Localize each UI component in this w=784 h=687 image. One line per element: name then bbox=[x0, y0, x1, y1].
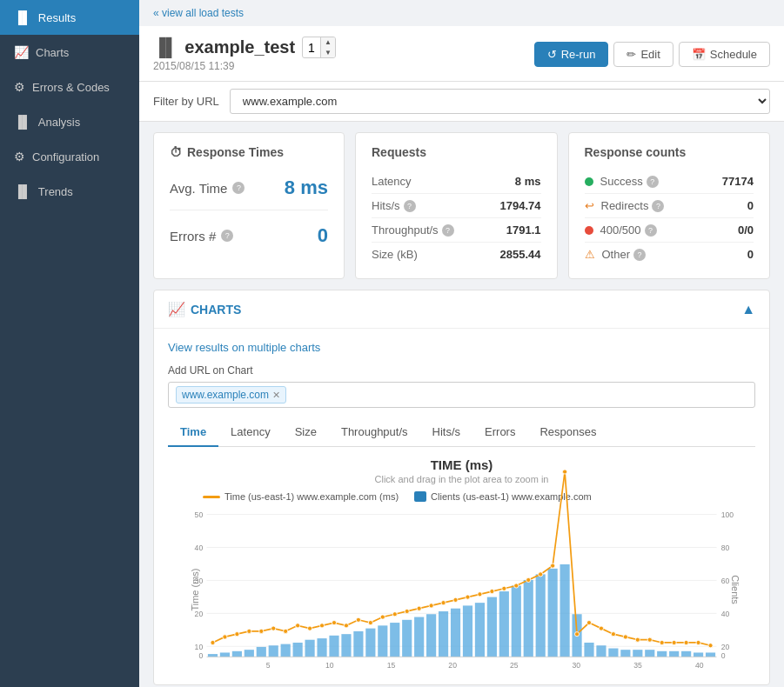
svg-text:5: 5 bbox=[266, 661, 271, 670]
svg-point-98 bbox=[574, 632, 579, 637]
redirects-label: ↩Redirects ? bbox=[585, 199, 665, 212]
svg-rect-54 bbox=[657, 651, 667, 657]
schedule-icon: 📅 bbox=[692, 48, 706, 61]
edit-button[interactable]: ✏ Edit bbox=[613, 42, 673, 67]
sidebar-label-charts: Charts bbox=[36, 46, 69, 59]
svg-point-81 bbox=[368, 621, 372, 625]
size-row: Size (kB) 2855.44 bbox=[372, 243, 541, 266]
charts-title: 📈 CHARTS bbox=[168, 301, 241, 317]
avg-time-info-icon[interactable]: ? bbox=[232, 182, 245, 194]
svg-rect-27 bbox=[329, 636, 338, 657]
response-counts-card: Response counts Success ? 77174 ↩Redirec… bbox=[568, 132, 771, 279]
svg-point-73 bbox=[271, 626, 276, 630]
svg-rect-43 bbox=[524, 580, 533, 657]
svg-rect-25 bbox=[305, 640, 315, 657]
svg-point-87 bbox=[441, 601, 446, 605]
svg-text:25: 25 bbox=[510, 661, 519, 670]
redirects-info-icon[interactable]: ? bbox=[652, 200, 664, 212]
svg-rect-46 bbox=[560, 564, 570, 657]
tab-time[interactable]: Time bbox=[168, 418, 218, 447]
sidebar-item-trends[interactable]: ▐▌ Trends bbox=[0, 174, 139, 209]
tab-throughput[interactable]: Throughput/s bbox=[329, 418, 420, 447]
sidebar-item-configuration[interactable]: ⚙ Configuration bbox=[0, 139, 139, 174]
svg-rect-20 bbox=[245, 650, 254, 657]
trend-icon: 📈 bbox=[168, 301, 185, 317]
tab-errors[interactable]: Errors bbox=[472, 418, 527, 447]
svg-rect-42 bbox=[512, 586, 521, 657]
tab-latency[interactable]: Latency bbox=[218, 418, 283, 447]
svg-rect-40 bbox=[487, 597, 497, 657]
sidebar-item-errors-codes[interactable]: ⚙ Errors & Codes bbox=[0, 70, 139, 104]
svg-point-71 bbox=[247, 629, 251, 633]
svg-text:10: 10 bbox=[195, 643, 204, 651]
decrement-button[interactable]: ▼ bbox=[321, 48, 335, 58]
sidebar-item-results[interactable]: ▐▌ Results bbox=[0, 0, 139, 35]
svg-rect-41 bbox=[499, 591, 509, 657]
svg-point-106 bbox=[672, 641, 676, 645]
charts-collapse-button[interactable]: ▲ bbox=[741, 302, 755, 317]
svg-point-100 bbox=[599, 626, 603, 630]
tab-hits[interactable]: Hits/s bbox=[420, 418, 473, 447]
latency-row: Latency 8 ms bbox=[372, 170, 541, 194]
rerun-button[interactable]: ↺ Re-run bbox=[534, 42, 609, 67]
svg-point-108 bbox=[696, 641, 700, 645]
svg-rect-45 bbox=[548, 569, 558, 657]
sidebar-item-charts[interactable]: 📈 Charts bbox=[0, 35, 139, 70]
errors-icon: ⚙ bbox=[14, 80, 25, 94]
svg-point-70 bbox=[235, 632, 239, 637]
svg-point-104 bbox=[647, 637, 652, 642]
legend-time-line bbox=[203, 496, 220, 498]
svg-rect-22 bbox=[269, 645, 278, 657]
view-all-link[interactable]: « view all load tests bbox=[139, 0, 784, 26]
other-info-icon[interactable]: ? bbox=[633, 249, 646, 261]
success-label: Success ? bbox=[585, 175, 659, 188]
sidebar-label-trends: Trends bbox=[38, 185, 73, 198]
edit-label: Edit bbox=[640, 48, 660, 61]
chart-container: Time (ms) Clients 50 40 30 20 10 0 bbox=[168, 507, 755, 672]
requests-card: Requests Latency 8 ms Hits/s ? 1794.74 T… bbox=[355, 132, 558, 279]
charts-icon: 📈 bbox=[14, 45, 29, 59]
svg-rect-44 bbox=[536, 575, 546, 657]
avg-time-stat: Avg. Time ? 8 ms bbox=[170, 170, 328, 210]
svg-point-89 bbox=[466, 595, 470, 599]
test-number-value: 1 bbox=[303, 39, 320, 57]
svg-rect-17 bbox=[208, 654, 218, 657]
chart-subtitle: Click and drag in the plot area to zoom … bbox=[168, 474, 755, 484]
response-times-card: ⏱ Response Times Avg. Time ? 8 ms Errors… bbox=[153, 132, 345, 279]
hits-info-icon[interactable]: ? bbox=[404, 200, 416, 212]
svg-point-88 bbox=[453, 597, 458, 602]
error-info-icon[interactable]: ? bbox=[645, 224, 657, 237]
schedule-button[interactable]: 📅 Schedule bbox=[679, 42, 770, 67]
main-content: « view all load tests ▐▌ example_test 1 … bbox=[139, 0, 784, 687]
chart-tabs: Time Latency Size Throughput/s Hits/s Er… bbox=[168, 418, 755, 447]
success-info-icon[interactable]: ? bbox=[647, 176, 659, 188]
multiple-charts-link[interactable]: View results on multiple charts bbox=[168, 341, 755, 354]
svg-text:50: 50 bbox=[195, 510, 204, 519]
svg-point-69 bbox=[223, 635, 227, 639]
svg-rect-18 bbox=[220, 653, 230, 657]
sidebar-item-analysis[interactable]: ▐▌ Analysis bbox=[0, 104, 139, 139]
increment-button[interactable]: ▲ bbox=[321, 37, 335, 48]
throughput-label: Throughput/s ? bbox=[372, 223, 454, 237]
tab-responses[interactable]: Responses bbox=[527, 418, 608, 447]
edit-icon: ✏ bbox=[627, 48, 636, 61]
size-label: Size (kB) bbox=[372, 248, 418, 261]
svg-rect-49 bbox=[596, 645, 606, 657]
svg-rect-21 bbox=[257, 647, 266, 657]
throughput-row: Throughput/s ? 1791.1 bbox=[372, 218, 541, 243]
svg-point-75 bbox=[296, 624, 300, 628]
throughput-info-icon[interactable]: ? bbox=[442, 224, 454, 237]
svg-point-93 bbox=[514, 584, 519, 588]
errors-info-icon[interactable]: ? bbox=[221, 230, 233, 242]
filter-url-select[interactable]: www.example.com bbox=[230, 89, 770, 114]
url-chip-remove-button[interactable]: ✕ bbox=[272, 390, 280, 401]
svg-rect-53 bbox=[645, 650, 654, 657]
svg-point-90 bbox=[478, 592, 482, 597]
svg-rect-39 bbox=[475, 603, 485, 657]
tab-size[interactable]: Size bbox=[283, 418, 329, 447]
trends-icon: ▐▌ bbox=[14, 184, 31, 198]
errors-value: 0 bbox=[318, 224, 328, 247]
error-value: 0/0 bbox=[738, 223, 754, 237]
svg-rect-50 bbox=[608, 649, 618, 657]
clock-icon: ⏱ bbox=[170, 145, 182, 159]
